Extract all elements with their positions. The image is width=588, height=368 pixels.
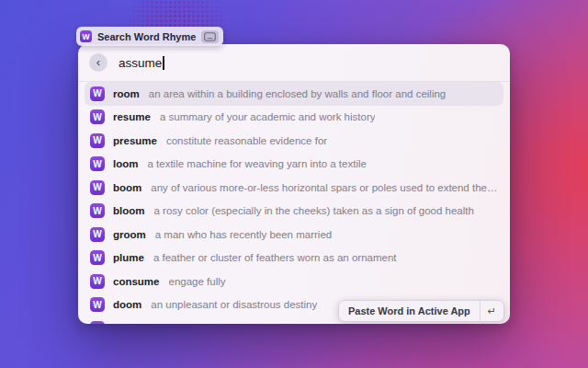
result-definition: a feather or cluster of feathers worn as… — [153, 252, 397, 263]
list-item[interactable]: Wgrooma man who has recently been marrie… — [85, 223, 503, 247]
list-item[interactable]: Wrooman area within a building enclosed … — [85, 82, 503, 106]
result-definition: a summary of your academic and work hist… — [160, 111, 376, 122]
result-definition: a rosy color (especially in the cheeks) … — [154, 205, 474, 216]
result-definition: a man who has recently been married — [155, 229, 332, 240]
paste-word-button[interactable]: Paste Word in Active App ↵ — [338, 300, 504, 322]
result-word: bloom — [113, 205, 145, 216]
word-badge-icon: W — [90, 86, 105, 101]
result-definition: an unpleasant or disastrous destiny — [151, 299, 317, 310]
paste-word-button-label: Paste Word in Active App — [339, 305, 480, 316]
result-definition: a cleaning implement for sweeping; bundl… — [155, 323, 498, 324]
search-bar: ‹ assume — [78, 44, 510, 81]
extension-chip-label: Search Word Rhyme — [97, 31, 196, 42]
enter-key-icon: ↵ — [480, 301, 503, 321]
result-definition: a textile machine for weaving yarn into … — [147, 158, 366, 169]
result-word: consume — [113, 276, 160, 287]
result-definition: an area within a building enclosed by wa… — [149, 88, 446, 99]
result-word: boom — [113, 182, 141, 193]
result-definition: engage fully — [169, 276, 226, 287]
text-caret — [163, 56, 164, 70]
result-word: resume — [113, 111, 151, 122]
result-definition: constitute reasonable evidence for — [166, 135, 327, 146]
hotkey-keycap-icon — [201, 30, 219, 43]
results-list: Wrooman area within a building enclosed … — [78, 82, 510, 324]
word-badge-icon: W — [90, 250, 105, 265]
word-badge-icon: W — [90, 321, 105, 324]
list-item[interactable]: Wconsumeengage fully — [85, 270, 503, 293]
list-item[interactable]: Wboomany of various more-or-less horizon… — [85, 176, 503, 200]
result-word: room — [113, 88, 140, 99]
list-item[interactable]: Wpresumeconstitute reasonable evidence f… — [85, 129, 503, 153]
word-badge-icon: W — [90, 203, 105, 218]
word-badge-icon: W — [90, 109, 105, 124]
word-badge-icon: W — [90, 274, 105, 289]
result-word: loom — [113, 158, 138, 169]
result-definition: any of various more-or-less horizontal s… — [151, 182, 498, 193]
list-item[interactable]: Wresumea summary of your academic and wo… — [85, 106, 503, 130]
word-badge-icon: W — [90, 156, 105, 171]
extension-chip[interactable]: W Search Word Rhyme — [76, 27, 223, 46]
word-badge-icon: W — [90, 227, 105, 242]
launcher-window: ‹ assume Wrooman area within a building … — [78, 44, 510, 324]
result-word: doom — [113, 299, 141, 310]
result-word: presume — [113, 135, 157, 146]
word-badge-icon: W — [90, 297, 105, 312]
result-word: broom — [113, 323, 146, 324]
result-word: plume — [113, 252, 144, 263]
result-word: groom — [113, 229, 146, 240]
word-badge-icon: W — [90, 133, 105, 148]
list-item[interactable]: Wblooma rosy color (especially in the ch… — [85, 200, 503, 224]
list-item[interactable]: Wplumea feather or cluster of feathers w… — [85, 247, 503, 270]
word-rhyme-app-icon: W — [80, 30, 92, 42]
back-button[interactable]: ‹ — [89, 53, 107, 72]
list-item[interactable]: Wlooma textile machine for weaving yarn … — [85, 153, 503, 177]
search-input[interactable]: assume — [119, 56, 162, 70]
word-badge-icon: W — [90, 180, 105, 195]
chevron-left-icon: ‹ — [96, 56, 100, 68]
